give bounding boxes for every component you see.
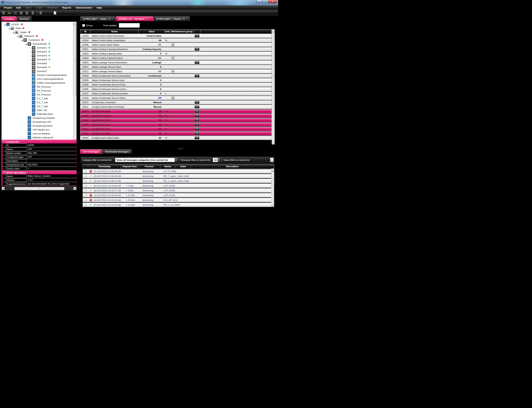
menu-edit[interactable]: Edit xyxy=(14,6,23,9)
variables-scrollbar[interactable]: ▲ ▼ xyxy=(272,29,275,144)
variable-row-20294[interactable]: 20294Water.Control-Valve.ActualValue66% xyxy=(80,38,272,42)
save-icon[interactable] xyxy=(13,11,18,15)
variable-row-20301[interactable]: 20301Water.Leakage Sensor.Input0 xyxy=(80,65,272,69)
set-button[interactable]: Set xyxy=(194,61,200,64)
find-variable-input[interactable] xyxy=(119,23,140,28)
expander-closed-icon[interactable] xyxy=(29,46,32,49)
variable-row-20501[interactable]: 20501Water.Cooling Capacity.DescNameCool… xyxy=(80,47,272,51)
expand-message-icon[interactable]: ∨ xyxy=(84,184,87,187)
maintenance-snowflake-icon[interactable]: ❄ xyxy=(171,70,175,73)
collapse-icon[interactable]: – xyxy=(3,141,5,143)
tree-item-chiller-leistungsaufnahme[interactable]: Chiller Leistungsaufnahme xyxy=(2,81,73,85)
workflow-icon[interactable]: ∴ xyxy=(38,11,43,15)
expand-message-icon[interactable]: ∨ xyxy=(84,189,87,192)
category-filter-select[interactable]: Show all messages categories from curren… xyxy=(115,158,177,162)
expander-open-icon[interactable] xyxy=(8,27,11,30)
scroll-up-icon[interactable]: ▲ xyxy=(73,22,76,25)
expander-open-icon[interactable] xyxy=(12,31,15,34)
sync-server-icon[interactable]: ⇓ xyxy=(31,11,35,15)
scroll-down-icon[interactable]: ▼ xyxy=(271,204,274,207)
status-filter-select[interactable]: ▼ xyxy=(270,158,274,162)
tree-item-schrank2[interactable]: Schrank2 xyxy=(2,50,73,53)
expand-message-icon[interactable]: ∨ xyxy=(84,194,87,197)
scroll-left-icon[interactable]: ◀ xyxy=(2,187,5,190)
variable-row-20507[interactable]: 20507Config.Fans.Fan155%Set xyxy=(80,109,272,113)
col-owner[interactable]: Owner xyxy=(160,164,176,169)
tree-item-schrank6[interactable]: Schrank6 xyxy=(2,65,73,69)
set-button[interactable]: Set xyxy=(194,119,200,122)
msg-tab-terminated-messages[interactable]: Terminated messages xyxy=(102,149,132,154)
variable-row-20505[interactable]: 20505Water.Condensate Sensor.Input0 xyxy=(80,78,272,82)
variable-row-20504[interactable]: 20504Water.Condensate Sensor.DescNameCon… xyxy=(80,74,272,78)
message-row[interactable]: ∨⚠(3) 6/27/2013 10:36:48 AMMonitoringR6_… xyxy=(83,174,274,178)
col-elapsed-time[interactable]: Elapsed time xyxy=(121,164,138,169)
tree-item-c1-t-kalt[interactable]: C1_T_kalt xyxy=(2,96,73,100)
menu-administration[interactable]: Administration xyxy=(73,6,94,9)
group-checkbox[interactable] xyxy=(82,24,85,27)
collapse-icon[interactable]: – xyxy=(3,171,5,174)
props-scrollbar-thumb[interactable] xyxy=(14,187,64,190)
variable-row-20263[interactable]: 20263Config.Fans.Fan355%Set xyxy=(80,118,272,122)
maintenance-snowflake-icon[interactable]: ❄ xyxy=(171,96,175,100)
expander-open-icon[interactable] xyxy=(25,42,28,45)
set-button[interactable]: Set xyxy=(194,132,200,135)
variable-row-20304[interactable]: 20304Water.Cooling Capacity.StatusOK❄ xyxy=(80,56,272,60)
tree-item-r4-pressure[interactable]: R4_Pressure xyxy=(2,89,73,93)
menu-reports[interactable]: Reports xyxy=(60,6,73,9)
close-tab-icon[interactable]: × xyxy=(112,17,113,21)
horizontal-splitter-grip[interactable]: ▪▪▪▪ xyxy=(178,147,183,150)
close-tab-icon[interactable]: × xyxy=(150,17,151,21)
tree-item-schrank3[interactable]: Schrank3 xyxy=(2,53,73,58)
popout-icon[interactable]: ↗ xyxy=(182,18,185,20)
export-icon[interactable]: ▶ xyxy=(25,11,29,15)
tree-scrollbar[interactable]: ▲ ▼ xyxy=(73,22,76,152)
new-project-icon[interactable]: ✶ xyxy=(1,11,6,15)
set-button[interactable]: Set xyxy=(194,105,200,108)
msg-tab-live-messages[interactable]: Live messages xyxy=(80,149,102,154)
set-button[interactable]: Set xyxy=(194,34,200,37)
variable-row-20306[interactable]: 20306Water.Condensate Sensor.Cycles0 xyxy=(80,87,272,91)
import-icon[interactable]: → xyxy=(19,11,24,15)
expander-closed-icon[interactable] xyxy=(29,66,32,69)
expander-closed-icon[interactable] xyxy=(29,62,32,65)
col-description[interactable]: Description xyxy=(191,164,274,169)
expand-message-icon[interactable]: ∨ xyxy=(84,199,87,202)
scroll-up-icon[interactable]: ▲ xyxy=(271,169,274,172)
tree-item-rittal[interactable]: Rittal xyxy=(2,26,73,30)
tree-item-haiger[interactable]: Haiger xyxy=(2,30,73,34)
col-process[interactable]: Process xyxy=(138,164,160,169)
variable-row-20315[interactable]: 20315Config.Fans.Fan655%Set xyxy=(80,131,272,136)
variable-row-20312[interactable]: 20312Water.Leakage Sensor.StatusOK❄ xyxy=(80,69,272,73)
scroll-right-icon[interactable]: ▶ xyxy=(73,187,76,190)
expander-open-icon[interactable] xyxy=(3,23,6,26)
expand-message-icon[interactable]: ∨ xyxy=(84,203,87,206)
tree-item-container1[interactable]: Container1 xyxy=(2,38,73,42)
expander-closed-icon[interactable] xyxy=(29,50,32,53)
tree-item-usv-leistungsaufnahme[interactable]: USV Leistungsaufnahme xyxy=(2,77,73,81)
messages-scrollbar[interactable]: ▲ ▼ xyxy=(271,169,274,207)
message-row[interactable]: ∨✕(1) 6/27/2013 10:16:38 AM> 20 Min.Moni… xyxy=(83,193,274,197)
tree-item-einspeisung-usv[interactable]: Einspeisung USV xyxy=(2,120,73,124)
tree-item-c3-t-kalt[interactable]: C3_T_kalt xyxy=(2,104,73,108)
col-unit[interactable]: Unit xyxy=(165,29,170,33)
doc-tab--17957-qm-t-charts[interactable]: [17957] QM-T : Charts↗× xyxy=(154,16,190,21)
tree-item-psm-mid-m16[interactable]: PSM-MID-M16 xyxy=(2,112,73,116)
variables-scrollbar-thumb[interactable] xyxy=(272,33,275,121)
menu-help[interactable]: Help xyxy=(94,6,104,9)
set-button[interactable]: Set xyxy=(194,114,200,117)
col-state[interactable]: State xyxy=(176,164,191,169)
variable-row-20508[interactable]: 20508Config.Fans.Fan255%Set xyxy=(80,114,272,118)
tree-item-c2-t-kalt[interactable]: C2_T_kalt xyxy=(2,100,73,104)
tree-scrollbar-thumb[interactable] xyxy=(73,25,76,96)
col-id[interactable]: ID xyxy=(80,29,91,33)
open-project-icon[interactable] xyxy=(7,11,12,15)
panel-splitter-grip[interactable]: ⋮⋮ xyxy=(77,110,78,112)
tree-item-usv-modul-aus[interactable]: USV Modul aus xyxy=(2,128,73,132)
timespan-filter-select[interactable]: All ▼ xyxy=(213,158,220,162)
report-settings-icon[interactable]: ✳ xyxy=(53,11,58,15)
close-icon[interactable]: ✕ xyxy=(269,0,277,3)
tree-item-schrank4[interactable]: Schrank4 xyxy=(2,58,73,61)
col-name[interactable]: Name xyxy=(91,29,138,33)
message-row[interactable]: ∨✔(2) 6/27/2013 10:14:26 AM> 22 Min.Moni… xyxy=(83,203,274,207)
tree-item-r2-pressure[interactable]: R2_Pressure xyxy=(2,93,73,96)
